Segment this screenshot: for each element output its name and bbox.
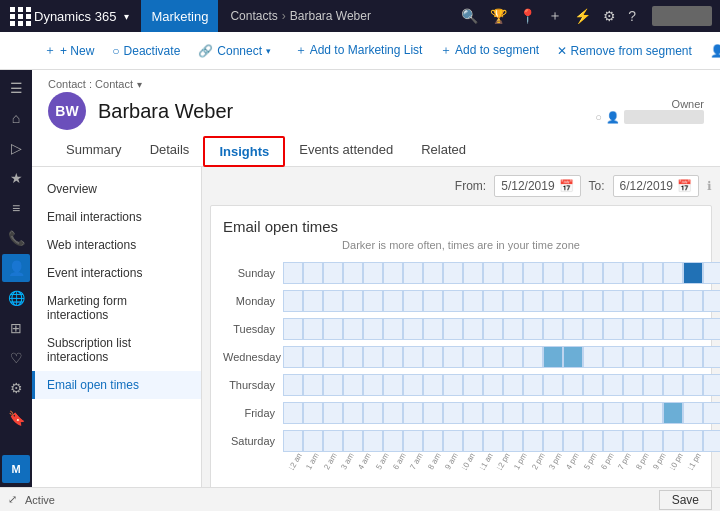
sidebar-home[interactable]: ⌂	[2, 104, 30, 132]
settings-icon[interactable]: ⚙	[603, 8, 616, 24]
calendar-from-icon[interactable]: 📅	[559, 179, 574, 193]
tab-summary[interactable]: Summary	[52, 136, 136, 166]
heatmap-cell	[443, 374, 463, 396]
menu-web-interactions[interactable]: Web interactions	[32, 231, 201, 259]
top-nav: Dynamics 365 ▾ Marketing Contacts › Barb…	[0, 0, 720, 32]
heatmap-cell	[683, 430, 703, 452]
heatmap-cell	[423, 290, 443, 312]
menu-email-interactions[interactable]: Email interactions	[32, 203, 201, 231]
sidebar-user-badge[interactable]: M	[2, 455, 30, 483]
heatmap-cell	[583, 262, 603, 284]
owner-value: ○ 👤	[595, 110, 704, 124]
from-date-input[interactable]: 5/12/2019 📅	[494, 175, 580, 197]
heatmap-cell	[383, 374, 403, 396]
action-bar: ＋ + New ○ Deactivate 🔗 Connect ▾ ＋ Add t…	[0, 32, 720, 70]
calendar-to-icon[interactable]: 📅	[677, 179, 692, 193]
heatmap-cell	[363, 346, 383, 368]
sidebar-play[interactable]: ▷	[2, 134, 30, 162]
tabs: Summary Details Insights Events attended…	[48, 136, 704, 166]
deactivate-icon: ○	[112, 44, 119, 58]
location-icon[interactable]: 📍	[519, 8, 536, 24]
search-icon[interactable]: 🔍	[461, 8, 478, 24]
add-marketing-list-button[interactable]: ＋ Add to Marketing List	[287, 36, 430, 66]
sidebar-phone[interactable]: 📞	[2, 224, 30, 252]
heatmap-cell	[643, 402, 663, 424]
heatmap-cell	[463, 318, 483, 340]
deactivate-button[interactable]: ○ Deactivate	[104, 36, 188, 66]
menu-event-interactions[interactable]: Event interactions	[32, 259, 201, 287]
heatmap-cell	[483, 318, 503, 340]
tab-details[interactable]: Details	[136, 136, 204, 166]
day-label-sunday: Sunday	[223, 267, 283, 279]
expand-icon[interactable]: ⤢	[8, 493, 17, 506]
add-segment-button[interactable]: ＋ Add to segment	[432, 36, 547, 66]
heatmap: SundayMondayTuesdayWednesdayThursdayFrid…	[223, 259, 699, 455]
filter-icon[interactable]: ⚡	[574, 8, 591, 24]
heatmap-cell	[363, 318, 383, 340]
heatmap-cell	[463, 402, 483, 424]
heatmap-cell	[423, 318, 443, 340]
heatmap-cell	[603, 430, 623, 452]
heatmap-cell	[463, 346, 483, 368]
sidebar-list[interactable]: ≡	[2, 194, 30, 222]
heatmap-cell	[503, 374, 523, 396]
sidebar-star[interactable]: ★	[2, 164, 30, 192]
heatmap-cell	[683, 374, 703, 396]
menu-overview[interactable]: Overview	[32, 175, 201, 203]
insights-layout: Overview Email interactions Web interact…	[32, 167, 720, 487]
day-label-friday: Friday	[223, 407, 283, 419]
heatmap-cell	[443, 290, 463, 312]
heatmap-cell	[623, 318, 643, 340]
sidebar-grid[interactable]: ⊞	[2, 314, 30, 342]
heatmap-cell	[623, 402, 643, 424]
sidebar-hamburger[interactable]: ☰	[2, 74, 30, 102]
menu-email-open-times[interactable]: Email open times	[32, 371, 201, 399]
owner-icon: ○	[595, 111, 602, 123]
heatmap-cells-wednesday	[283, 346, 720, 368]
remove-segment-button[interactable]: ✕ Remove from segment	[549, 36, 700, 66]
heatmap-cell	[303, 402, 323, 424]
connect-button[interactable]: 🔗 Connect ▾	[190, 36, 279, 66]
info-icon[interactable]: ℹ	[707, 179, 712, 193]
heatmap-cell	[643, 346, 663, 368]
sidebar-bookmark[interactable]: 🔖	[2, 404, 30, 432]
trophy-icon[interactable]: 🏆	[490, 8, 507, 24]
save-button[interactable]: Save	[659, 490, 712, 510]
heatmap-cell	[683, 290, 703, 312]
contact-type: Contact : Contact ▾	[48, 78, 704, 90]
heatmap-cell	[603, 346, 623, 368]
sidebar-contact[interactable]: 👤	[2, 254, 30, 282]
heatmap-cell	[463, 262, 483, 284]
chart-subtitle: Darker is more often, times are in your …	[223, 239, 699, 251]
heatmap-cells-monday	[283, 290, 720, 312]
heatmap-row-friday: Friday	[223, 399, 699, 427]
sidebar-heart[interactable]: ♡	[2, 344, 30, 372]
tab-events-attended[interactable]: Events attended	[285, 136, 407, 166]
menu-subscription-list[interactable]: Subscription list interactions	[32, 329, 201, 371]
chart-container: Email open times Darker is more often, t…	[210, 205, 712, 487]
add-icon[interactable]: ＋	[548, 7, 562, 25]
heatmap-cell	[363, 262, 383, 284]
heatmap-cell	[523, 374, 543, 396]
to-date-input[interactable]: 6/12/2019 📅	[613, 175, 699, 197]
heatmap-cell	[403, 318, 423, 340]
tab-related[interactable]: Related	[407, 136, 480, 166]
contact-type-chevron[interactable]: ▾	[137, 79, 142, 90]
help-icon[interactable]: ?	[628, 8, 636, 24]
brand-chevron[interactable]: ▾	[124, 11, 129, 22]
new-button[interactable]: ＋ + New	[36, 36, 102, 66]
heatmap-cell	[343, 402, 363, 424]
module-name[interactable]: Marketing	[141, 0, 218, 32]
sidebar-settings2[interactable]: ⚙	[2, 374, 30, 402]
sidebar-globe[interactable]: 🌐	[2, 284, 30, 312]
assign-button[interactable]: 👤 Assign	[702, 36, 720, 66]
menu-marketing-form[interactable]: Marketing form interactions	[32, 287, 201, 329]
heatmap-cell	[503, 402, 523, 424]
breadcrumb-contacts[interactable]: Contacts	[230, 9, 277, 23]
new-icon: ＋	[44, 42, 56, 59]
heatmap-cell	[423, 346, 443, 368]
user-avatar[interactable]	[652, 6, 712, 26]
tab-insights[interactable]: Insights	[203, 136, 285, 167]
day-label-monday: Monday	[223, 295, 283, 307]
app-grid-icon[interactable]	[8, 5, 30, 27]
